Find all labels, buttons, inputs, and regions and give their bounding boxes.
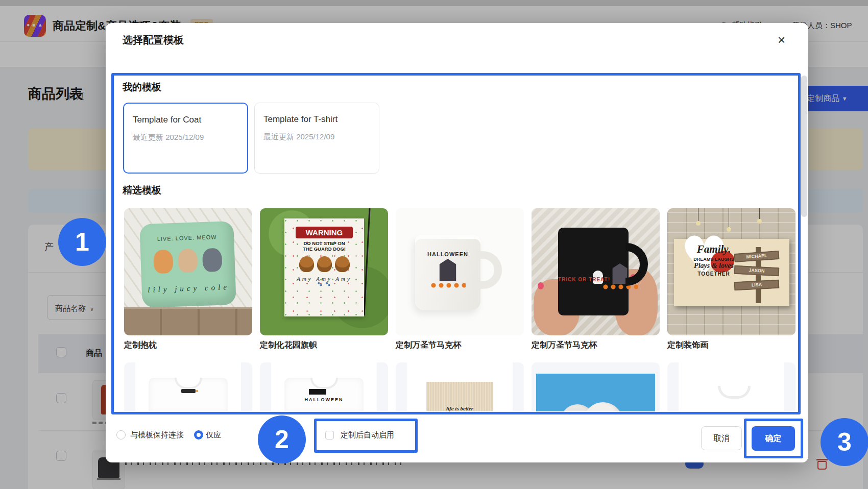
hanging-bulb [759, 208, 760, 219]
featured-card-pillow[interactable]: LIVE. LOVE. MEOW lily jucy cole [124, 208, 252, 335]
featured-label: 定制万圣节马克杯 [532, 340, 597, 351]
cat-icon [153, 250, 174, 274]
featured-card-tshirt-2[interactable]: HALLOWEEN [260, 362, 388, 411]
haunted-house-icon [434, 259, 462, 281]
template-updated: 最近更新 2025/12/09 [263, 132, 334, 142]
dog-icon [317, 256, 332, 272]
cat-icon [202, 248, 223, 272]
auto-enable-label[interactable]: 定制后自动启用 [341, 430, 394, 439]
garden-flag-image: WARNING DO NOT STEP ON THE GUARD DOG! Am… [260, 208, 388, 335]
photo [135, 362, 241, 411]
featured-card-white-mug[interactable]: HALLOWEEN [396, 208, 524, 335]
template-card-coat[interactable]: Template for Coat 最近更新 2025/12/09 [123, 103, 248, 174]
cancel-button[interactable]: 取消 [701, 426, 742, 450]
white-mug-image: HALLOWEEN [396, 208, 524, 335]
photo [679, 362, 784, 411]
dog-icon [299, 256, 314, 272]
cats-graphic [140, 248, 235, 276]
featured-label: 定制万圣节马克杯 [396, 340, 461, 351]
photo: HALLOWEEN [271, 362, 377, 411]
scrollbar-thumb[interactable] [801, 76, 807, 217]
radio-apply-once-label[interactable]: 仅应 [206, 430, 221, 439]
my-templates-heading: 我的模板 [123, 81, 161, 94]
flag-line2: THE GUARD DOG! [284, 246, 364, 252]
dogs-graphic [284, 256, 364, 274]
trick-or-treat-arc-text: TRICK OR TREAT! [558, 277, 629, 282]
featured-card-black-mug[interactable]: TRICK OR TREAT! [532, 208, 660, 335]
tshirt-graphic [309, 389, 326, 395]
pumpkins-icon [430, 282, 466, 288]
confirm-button[interactable]: 确定 [752, 426, 795, 451]
halloween-arc-text: HALLOWEEN [271, 397, 377, 402]
tshirt-collar [175, 378, 202, 389]
mug-body: TRICK OR TREAT! [558, 228, 629, 315]
tshirt-graphic [181, 389, 196, 393]
featured-label: 定制装饰画 [667, 340, 708, 351]
mug-handle [477, 251, 502, 289]
featured-label: 定制抱枕 [124, 340, 157, 351]
radio-keep-connected-label[interactable]: 与模板保持连接 [130, 430, 184, 439]
pillow-text: LIVE. LOVE. MEOW [140, 233, 234, 242]
pin-badge: ♥ ♥ [583, 402, 623, 411]
wood-floor [124, 307, 252, 335]
photo: life is better [407, 362, 513, 411]
template-card-tshirt[interactable]: Template for T-shirt 最近更新 2025/12/09 [254, 103, 379, 174]
featured-templates-heading: 精选模板 [123, 184, 161, 197]
flag-names: Amy Amy Amy [284, 276, 364, 282]
featured-card-tshirt-1[interactable] [124, 362, 252, 411]
featured-label: 定制化花园旗帜 [260, 340, 317, 351]
pillow-body: LIVE. LOVE. MEOW lily jucy cole [139, 221, 236, 308]
flag-pole [364, 208, 371, 315]
flag-cloth: WARNING DO NOT STEP ON THE GUARD DOG! Am… [284, 218, 364, 316]
linen-canvas: life is better [426, 382, 493, 411]
modal-title: 选择配置模板 [123, 33, 184, 47]
featured-card-button-pins[interactable]: ♥ ♥ [532, 362, 660, 411]
sign-plank: LISA [734, 280, 780, 291]
halloween-arc-text: HALLOWEEN [421, 251, 474, 257]
template-name: Template for T-shirt [263, 114, 337, 125]
nail [538, 282, 544, 289]
canvas: ♥ Family. DREAMS LAUGHS Plays & loves TO… [674, 239, 789, 306]
mug-art: HALLOWEEN [421, 251, 474, 288]
modal-close-icon[interactable]: × [778, 32, 785, 47]
featured-card-tshirt-3[interactable] [667, 362, 795, 411]
wall-art-image: ♥ Family. DREAMS LAUGHS Plays & loves TO… [667, 208, 795, 335]
hanging-bulb [729, 208, 729, 228]
pillow-names: lily jucy cole [141, 283, 235, 295]
cat-icon [178, 249, 198, 273]
radio-keep-connected[interactable] [116, 430, 126, 439]
template-updated: 最近更新 2025/12/09 [133, 133, 204, 142]
radio-apply-once[interactable] [194, 430, 203, 439]
tshirt-collar [718, 386, 751, 399]
screen: ● ■ ▲ 商品定制&产品选项&套装 PRO ?帮助指引 开发人员：SHOP 首… [0, 0, 868, 489]
black-mug-image: TRICK OR TREAT! [532, 208, 660, 335]
flag-line1: DO NOT STEP ON [284, 240, 364, 246]
tshirt [284, 378, 364, 411]
select-template-modal: 选择配置模板 × 我的模板 Template for Coat 最近更新 202… [106, 23, 808, 462]
featured-card-linen[interactable]: life is better [396, 362, 524, 411]
featured-card-wall-art[interactable]: ♥ Family. DREAMS LAUGHS Plays & loves TO… [667, 208, 795, 335]
hanging-bulb [698, 208, 698, 222]
dog-icon [335, 256, 350, 272]
warning-badge: WARNING [296, 227, 353, 238]
linen-text: life is better [426, 405, 493, 411]
blue-background: ♥ ♥ [536, 374, 655, 411]
featured-card-garden-flag[interactable]: WARNING DO NOT STEP ON THE GUARD DOG! Am… [260, 208, 388, 335]
template-name: Template for Coat [133, 115, 201, 125]
auto-enable-checkbox[interactable] [325, 431, 334, 439]
paw-prints: 🐾 🐾 [284, 282, 364, 286]
pillow-image: LIVE. LOVE. MEOW lily jucy cole [124, 208, 252, 335]
tshirt-collar [310, 378, 338, 389]
tshirt [149, 378, 228, 411]
